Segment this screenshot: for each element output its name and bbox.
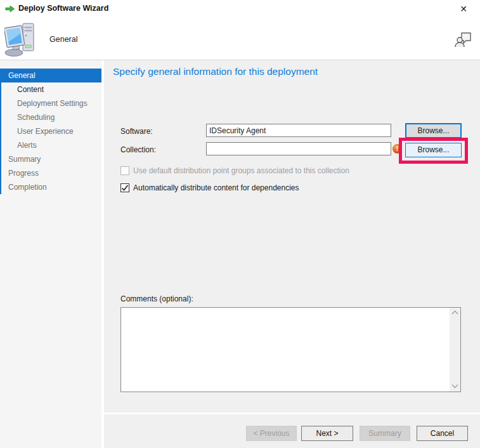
auto-distribute-checkbox[interactable]	[120, 183, 129, 192]
wizard-header: General	[0, 18, 480, 60]
sidebar-item-alerts: Alerts	[0, 138, 101, 152]
title-bar: Deploy Software Wizard ✕	[0, 0, 480, 18]
comments-textarea[interactable]	[121, 308, 450, 392]
default-dp-groups-label: Use default distribution point groups as…	[133, 166, 349, 175]
comments-field-frame	[120, 307, 461, 392]
software-input[interactable]	[206, 124, 391, 137]
sidebar-item-scheduling: Scheduling	[0, 110, 101, 124]
collection-label: Collection:	[120, 145, 156, 154]
auto-distribute-row: Automatically distribute content for dep…	[120, 183, 463, 194]
collection-browse-button[interactable]: Browse...	[405, 143, 462, 157]
close-icon[interactable]: ✕	[457, 3, 470, 15]
main-panel: Specify general information for this dep…	[104, 60, 480, 448]
page-title: General	[49, 35, 77, 44]
summary-button: Summary	[360, 426, 410, 441]
sidebar-item-user-experience: User Experience	[0, 124, 101, 138]
scroll-down-icon[interactable]	[450, 381, 460, 392]
sidebar-item-deployment-settings: Deployment Settings	[0, 96, 101, 110]
page-heading: Specify general information for this dep…	[113, 66, 318, 77]
deploy-software-wizard-window: Deploy Software Wizard ✕ General	[0, 0, 480, 448]
computer-icon	[4, 22, 37, 57]
checkmark-icon	[121, 184, 129, 192]
feedback-person-icon[interactable]	[454, 29, 473, 48]
sidebar-item-completion: Completion	[0, 180, 101, 194]
cancel-button[interactable]: Cancel	[417, 426, 468, 441]
auto-distribute-label: Automatically distribute content for dep…	[133, 183, 299, 192]
sidebar-item-progress: Progress	[0, 166, 101, 180]
sidebar-item-content[interactable]: Content	[0, 82, 101, 96]
footer-divider	[104, 412, 480, 414]
scroll-up-icon[interactable]	[450, 308, 460, 319]
comments-label: Comments (optional):	[120, 294, 193, 303]
window-title: Deploy Software Wizard	[18, 4, 108, 13]
software-label: Software:	[120, 127, 153, 136]
wizard-steps-sidebar: General Content Deployment Settings Sche…	[0, 60, 101, 448]
sidebar-item-general[interactable]: General	[0, 69, 101, 82]
green-arrow-icon	[5, 4, 15, 13]
default-dp-groups-checkbox	[120, 166, 129, 175]
comments-scrollbar[interactable]	[450, 308, 460, 392]
collection-input[interactable]	[206, 142, 391, 155]
previous-button: < Previous	[246, 426, 297, 441]
sidebar-item-summary: Summary	[0, 152, 101, 166]
default-dp-groups-row: Use default distribution point groups as…	[120, 166, 463, 176]
software-browse-button[interactable]: Browse...	[405, 123, 462, 138]
next-button[interactable]: Next >	[301, 426, 353, 441]
collection-error-icon: !	[392, 144, 402, 154]
